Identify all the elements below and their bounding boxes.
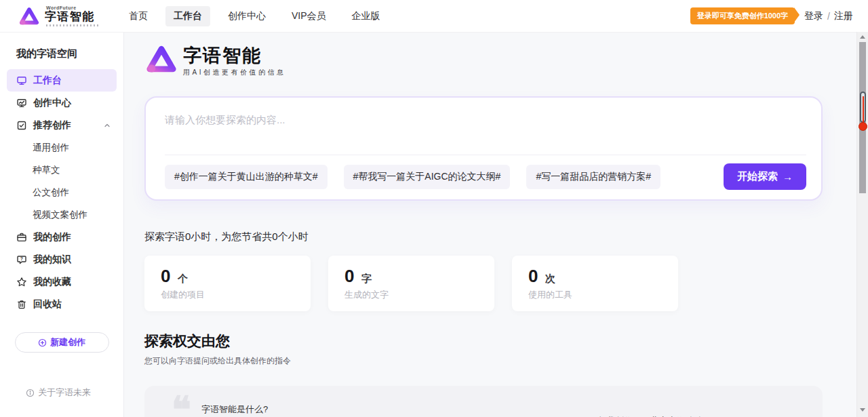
sidebar-subitem-official-doc[interactable]: 公文创作 (0, 181, 123, 203)
stat-card-words: 0 字 生成的文字 (328, 256, 494, 311)
nav-link-workbench[interactable]: 工作台 (165, 6, 210, 26)
sidebar: 我的字语空间 工作台 创作中心 推荐创作 通用创作 种草文 公文创作 视频文案创 (0, 33, 124, 417)
info-circle-icon (26, 389, 35, 397)
stat-label: 创建的项目 (161, 289, 294, 301)
scrollbar[interactable] (856, 32, 868, 417)
new-creation-button[interactable]: 新建创作 (15, 332, 109, 353)
sidebar-item-creation-center[interactable]: 创作中心 (7, 92, 117, 114)
brand-logo-icon (19, 7, 39, 26)
login-link[interactable]: 登录 (804, 10, 823, 22)
auth-links: 登录 / 注册 (804, 10, 853, 22)
chevron-up-icon[interactable] (103, 121, 111, 130)
search-card: #创作一篇关于黄山出游的种草文# #帮我写一篇关于AIGC的论文大纲# #写一篇… (144, 96, 823, 201)
suggestion-chip[interactable]: #创作一篇关于黄山出游的种草文# (165, 165, 328, 189)
stat-card-projects: 0 个 创建的项目 (144, 256, 311, 311)
brand[interactable]: WordFuture 字语智能 (19, 5, 99, 26)
nav-links: 首页 工作台 创作中心 VIP会员 企业版 (121, 6, 389, 26)
search-suggestions-row: #创作一篇关于黄山出游的种草文# #帮我写一篇关于AIGC的论文大纲# #写一篇… (165, 155, 806, 199)
chart-monitor-icon (16, 98, 27, 108)
sidebar-subitem-grass-article[interactable]: 种草文 (0, 159, 123, 181)
start-explore-label: 开始探索 (737, 170, 778, 183)
hero-tagline: 用AI创造更有价值的信息 (183, 68, 285, 77)
sidebar-item-workbench[interactable]: 工作台 (7, 69, 117, 92)
scroll-down-button[interactable] (857, 405, 868, 415)
about-link-label: 关于字语未来 (38, 386, 91, 399)
stats-summary: 探索字语0小时，为您节省共0个小时 (144, 231, 823, 243)
plus-circle-icon (38, 338, 47, 347)
sidebar-item-my-creations[interactable]: 我的创作 (7, 226, 117, 248)
sidebar-item-label: 我的收藏 (33, 276, 71, 288)
auth-separator: / (827, 11, 830, 22)
sidebar-item-label: 推荐创作 (33, 119, 71, 132)
trash-icon (16, 299, 27, 310)
hero: 字语智能 用AI创造更有价值的信息 (146, 45, 823, 77)
nav-link-enterprise[interactable]: 企业版 (344, 6, 389, 26)
stat-unit: 字 (361, 273, 372, 284)
main-area: 字语智能 用AI创造更有价值的信息 #创作一篇关于黄山出游的种草文# #帮我写一… (124, 33, 868, 417)
nav-link-vip[interactable]: VIP会员 (283, 6, 334, 26)
arrow-right-icon: → (783, 171, 793, 182)
nav-link-creation-center[interactable]: 创作中心 (220, 6, 274, 26)
quote-icon: ❝ (172, 391, 191, 417)
brand-wordfuture-label: WordFuture (46, 5, 99, 10)
chat-question-icon: ? (16, 254, 27, 265)
section-subtitle: 您可以向字语提问或给出具体创作的指令 (144, 355, 823, 367)
briefcase-icon (16, 232, 27, 243)
stat-value: 0 (344, 266, 354, 286)
nav-link-home[interactable]: 首页 (121, 6, 156, 26)
sidebar-subitem-video-copywriting[interactable]: 视频文案创作 (0, 203, 123, 226)
start-explore-button[interactable]: 开始探索 → (724, 163, 806, 190)
sidebar-item-label: 回收站 (33, 298, 62, 311)
stat-value: 0 (161, 266, 170, 286)
triangle-up-icon (860, 35, 865, 39)
new-creation-label: 新建创作 (50, 336, 85, 349)
triangle-down-icon (860, 408, 865, 412)
scroll-up-button[interactable] (857, 32, 868, 42)
suggestion-chip[interactable]: #帮我写一篇关于AIGC的论文大纲# (344, 165, 511, 189)
stat-label: 生成的文字 (344, 289, 478, 301)
sidebar-item-label: 工作台 (33, 75, 62, 87)
sidebar-item-favorites[interactable]: 我的收藏 (7, 271, 117, 293)
sidebar-item-my-knowledge[interactable]: ? 我的知识 (7, 248, 117, 271)
promo-badge[interactable]: 登录即可享免费创作1000字 (690, 7, 795, 24)
svg-text:?: ? (20, 256, 23, 261)
stat-unit: 个 (178, 273, 188, 284)
search-input[interactable] (146, 98, 821, 155)
stat-label: 使用的工具 (528, 289, 662, 301)
sidebar-item-recommended[interactable]: 推荐创作 (7, 114, 117, 136)
sidebar-title: 我的字语空间 (0, 41, 123, 69)
suggestion-chip[interactable]: #写一篇甜品店的营销方案# (526, 165, 660, 189)
hero-logo-icon (146, 45, 177, 74)
thermometer-icon[interactable] (858, 92, 868, 131)
sidebar-item-label: 我的知识 (33, 254, 71, 266)
monitor-icon (16, 75, 27, 86)
stat-value: 0 (528, 266, 538, 286)
prompt-examples-card: ❝ 字语智能是什么? 嘿，帮我创作一篇北京出游攻略 (144, 386, 823, 417)
star-icon (16, 277, 27, 287)
brand-name: 字语智能 (45, 11, 99, 22)
sidebar-item-label: 创作中心 (33, 97, 71, 109)
sidebar-item-recycle-bin[interactable]: 回收站 (7, 293, 117, 315)
stat-cards: 0 个 创建的项目 0 字 生成的文字 0 次 (144, 256, 823, 311)
sidebar-subitem-general-creation[interactable]: 通用创作 (0, 136, 123, 159)
hero-brand-name: 字语智能 (183, 45, 285, 66)
section-title: 探索权交由您 (144, 332, 823, 351)
top-navbar: WordFuture 字语智能 首页 工作台 创作中心 VIP会员 企业版 登录… (0, 0, 868, 33)
about-link[interactable]: 关于字语未来 (26, 386, 123, 399)
stat-unit: 次 (545, 273, 555, 284)
sidebar-item-label: 我的创作 (33, 231, 71, 243)
example-prompt[interactable]: 字语智能是什么? (201, 403, 268, 416)
stat-card-tools: 0 次 使用的工具 (512, 256, 678, 311)
doc-check-icon (16, 120, 27, 131)
brand-slogan-dots (46, 24, 99, 26)
register-link[interactable]: 注册 (834, 10, 853, 22)
